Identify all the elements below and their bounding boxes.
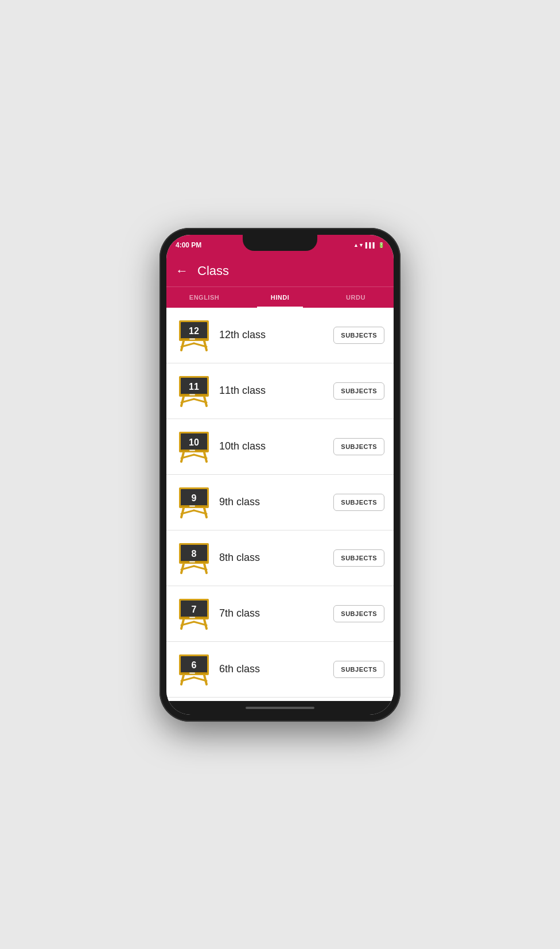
status-bar: 4:00 PM ▲▼ ▌▌▌ 🔋 [166, 235, 394, 255]
tab-urdu[interactable]: URDU [318, 287, 394, 308]
page-title: Class [197, 264, 229, 278]
list-item: 8 8th class SUBJECTS [166, 530, 394, 586]
svg-text:7: 7 [192, 605, 197, 614]
chalkboard-icon: 9 [176, 484, 212, 521]
list-item: 9 9th class SUBJECTS [166, 475, 394, 530]
list-item: 10 10th class SUBJECTS [166, 419, 394, 475]
status-icons: ▲▼ ▌▌▌ 🔋 [353, 242, 384, 248]
list-item: 11 11th class SUBJECTS [166, 363, 394, 419]
svg-rect-58 [189, 672, 195, 673]
svg-text:10: 10 [189, 437, 199, 447]
class-name: 7th class [219, 607, 326, 619]
chalkboard-icon: 11 [176, 373, 212, 409]
chalkboard-icon: 6 [176, 651, 212, 688]
class-name: 12th class [219, 329, 326, 341]
svg-rect-13 [189, 394, 195, 395]
chalkboard-icon: 8 [176, 540, 212, 576]
app-header: ← Class [166, 255, 394, 286]
phone-frame: 4:00 PM ▲▼ ▌▌▌ 🔋 ← Class ENGLISH HINDI U… [160, 228, 400, 722]
svg-text:8: 8 [192, 549, 197, 559]
wifi-icon: ▲▼ [353, 242, 364, 248]
tab-bar: ENGLISH HINDI URDU [166, 286, 394, 308]
subjects-button[interactable]: SUBJECTS [333, 382, 384, 400]
home-indicator [246, 707, 314, 709]
class-name: 6th class [219, 663, 326, 675]
list-item: 6 6th class SUBJECTS [166, 642, 394, 698]
class-name: 11th class [219, 385, 326, 397]
list-item: 5 5th class SUBJECTS [166, 698, 394, 701]
subjects-button[interactable]: SUBJECTS [333, 327, 384, 344]
svg-rect-22 [189, 450, 195, 451]
svg-rect-4 [189, 338, 195, 339]
subjects-button[interactable]: SUBJECTS [333, 661, 384, 678]
subjects-button[interactable]: SUBJECTS [333, 605, 384, 622]
signal-icon: ▌▌▌ [365, 242, 376, 248]
svg-rect-31 [189, 505, 195, 506]
class-name: 9th class [219, 496, 326, 508]
chalkboard-icon: 7 [176, 595, 212, 632]
svg-rect-49 [189, 617, 195, 618]
phone-screen: 4:00 PM ▲▼ ▌▌▌ 🔋 ← Class ENGLISH HINDI U… [166, 235, 394, 715]
tab-english[interactable]: ENGLISH [166, 287, 242, 308]
subjects-button[interactable]: SUBJECTS [333, 438, 384, 455]
battery-icon: 🔋 [378, 242, 384, 248]
status-time: 4:00 PM [176, 241, 201, 249]
subjects-button[interactable]: SUBJECTS [333, 549, 384, 567]
tab-hindi[interactable]: HINDI [242, 287, 318, 308]
class-name: 8th class [219, 552, 326, 564]
chalkboard-icon: 10 [176, 428, 212, 465]
svg-text:11: 11 [189, 382, 199, 392]
svg-text:12: 12 [189, 326, 199, 336]
list-item: 7 7th class SUBJECTS [166, 586, 394, 642]
list-item: 12 12th class SUBJECTS [166, 308, 394, 363]
svg-rect-40 [189, 561, 195, 562]
notch [243, 235, 317, 251]
class-name: 10th class [219, 440, 326, 452]
svg-text:9: 9 [192, 493, 197, 503]
class-list: 12 12th class SUBJECTS 11 [166, 308, 394, 701]
svg-text:6: 6 [192, 660, 197, 670]
home-bar [166, 701, 394, 715]
chalkboard-icon: 12 [176, 317, 212, 354]
subjects-button[interactable]: SUBJECTS [333, 494, 384, 511]
back-button[interactable]: ← [176, 264, 188, 278]
